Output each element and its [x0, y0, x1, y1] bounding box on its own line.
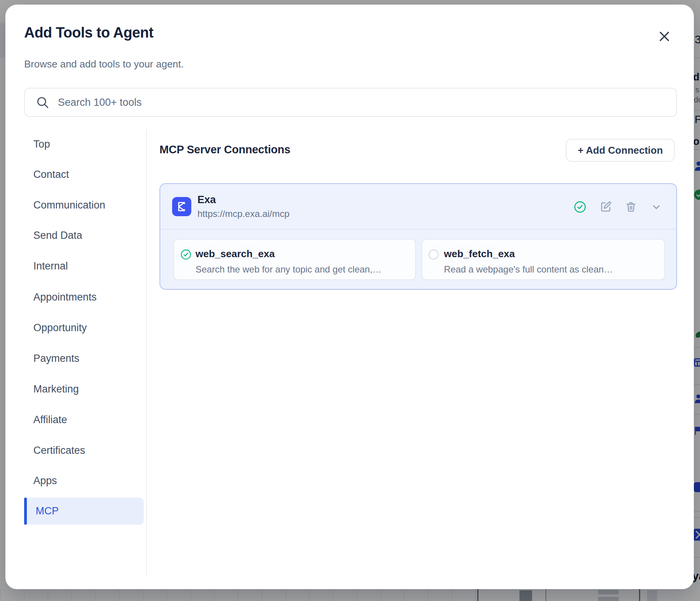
- sidebar-item-label: Contact: [33, 169, 69, 181]
- sidebar-item-label: Communication: [33, 199, 105, 211]
- search-input[interactable]: [57, 96, 669, 109]
- sidebar-item-certificates[interactable]: Certificates: [28, 442, 140, 459]
- tool-enabled-check-icon[interactable]: [180, 249, 192, 262]
- dialog-subtitle: Browse and add tools to your agent.: [24, 58, 184, 70]
- sidebar-item-label: Internal: [33, 260, 68, 272]
- sidebar-item-label: Send Data: [33, 230, 82, 241]
- sidebar-item-label: Marketing: [33, 383, 79, 395]
- sidebar-item-marketing[interactable]: Marketing: [28, 380, 140, 398]
- connection-header: Exa https://mcp.exa.ai/mcp: [160, 184, 676, 230]
- tool-search: [24, 88, 677, 117]
- sidebar-divider: [146, 129, 147, 576]
- edit-icon: [600, 201, 612, 213]
- section-title: MCP Server Connections: [159, 143, 291, 156]
- sidebar-item-mcp[interactable]: MCP: [24, 498, 144, 525]
- exa-logo-glyph: [175, 200, 188, 213]
- trash-icon: [625, 201, 637, 213]
- sidebar-item-payments[interactable]: Payments: [28, 350, 140, 367]
- search-icon: [36, 95, 49, 109]
- sidebar-item-send-data[interactable]: Send Data: [28, 227, 140, 244]
- tool-card-web-fetch-exa[interactable]: web_fetch_exa Read a webpage's full cont…: [422, 239, 665, 280]
- mcp-connection-card: Exa https://mcp.exa.ai/mcp: [159, 183, 677, 290]
- tool-description: Search the web for any topic and get cle…: [196, 264, 382, 275]
- status-check-icon: [573, 200, 587, 213]
- chevron-down-icon: [650, 201, 662, 213]
- selected-accent-bar: [24, 498, 27, 525]
- close-icon: [657, 30, 671, 43]
- sidebar-item-label: Affiliate: [33, 414, 67, 426]
- tool-description: Read a webpage's full content as clean…: [444, 264, 613, 275]
- tool-name: web_fetch_exa: [444, 248, 515, 260]
- collapse-connection-button[interactable]: [650, 201, 662, 213]
- sidebar-item-communication[interactable]: Communication: [28, 196, 140, 214]
- delete-connection-button[interactable]: [625, 201, 637, 213]
- close-button[interactable]: [655, 27, 674, 46]
- sidebar-item-top[interactable]: Top: [28, 135, 140, 153]
- sidebar-item-label: Opportunity: [33, 322, 87, 334]
- connection-url: https://mcp.exa.ai/mcp: [197, 209, 289, 219]
- sidebar-item-internal[interactable]: Internal: [28, 257, 140, 275]
- add-tools-dialog: Add Tools to Agent Browse and add tools …: [5, 5, 694, 589]
- sidebar-item-label: MCP: [36, 505, 59, 517]
- tool-card-web-search-exa[interactable]: web_search_exa Search the web for any to…: [173, 239, 416, 280]
- dialog-title: Add Tools to Agent: [24, 25, 153, 41]
- sidebar-item-label: Certificates: [33, 445, 85, 456]
- exa-logo: [172, 197, 191, 216]
- tool-unselected-circle-icon[interactable]: [429, 250, 439, 259]
- sidebar-item-label: Payments: [33, 353, 79, 365]
- sidebar-item-affiliate[interactable]: Affiliate: [28, 411, 140, 429]
- edit-connection-button[interactable]: [600, 201, 612, 213]
- tool-name: web_search_exa: [196, 248, 275, 260]
- add-connection-button[interactable]: + Add Connection: [566, 139, 675, 162]
- sidebar-item-label: Top: [33, 138, 50, 150]
- sidebar-item-label: Apps: [33, 475, 57, 487]
- sidebar-item-opportunity[interactable]: Opportunity: [28, 319, 140, 337]
- sidebar-item-contact[interactable]: Contact: [28, 166, 140, 183]
- connection-name: Exa: [197, 194, 216, 206]
- connection-actions: [573, 184, 662, 230]
- sidebar-item-appointments[interactable]: Appointments: [28, 288, 140, 306]
- sidebar-item-apps[interactable]: Apps: [28, 472, 140, 489]
- sidebar-item-label: Appointments: [33, 291, 97, 303]
